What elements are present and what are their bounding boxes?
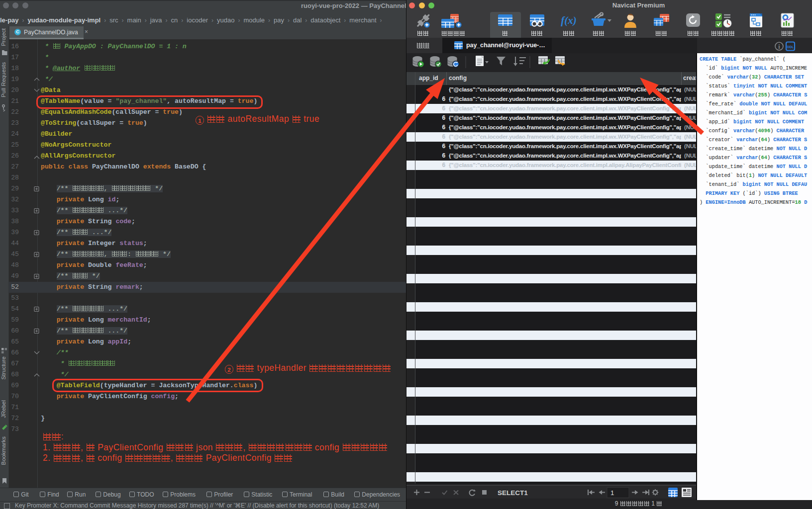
svg-text:SELECT1: SELECT1 [498,489,528,497]
svg-text:i: i [778,43,780,50]
svg-text:DDL: DDL [787,45,794,49]
svg-text:1: 1 [610,489,614,497]
svg-text:f(x): f(x) [561,14,576,26]
